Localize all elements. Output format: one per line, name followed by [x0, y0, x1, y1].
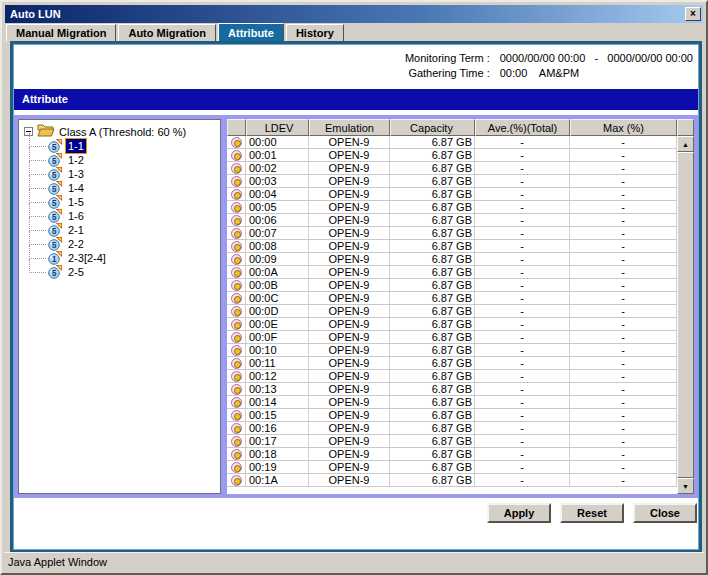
close-button-footer[interactable]: Close — [633, 503, 697, 523]
emulation-cell: OPEN-9 — [309, 344, 390, 356]
table-row[interactable]: 00:0F OPEN-9 6.87 GB - - — [227, 331, 677, 344]
table-row[interactable]: 00:10 OPEN-9 6.87 GB - - — [227, 344, 677, 357]
scrollbar-thumb[interactable] — [677, 152, 694, 478]
ldev-icon-cell — [227, 188, 246, 200]
close-button[interactable]: × — [685, 7, 701, 21]
ave-cell: - — [475, 370, 570, 382]
ldev-icon — [231, 397, 242, 408]
ave-cell: - — [475, 149, 570, 161]
monitoring-term-value: 0000/00/00 00:00 - 0000/00/00 00:00 — [500, 52, 693, 64]
table-row[interactable]: 00:12 OPEN-9 6.87 GB - - — [227, 370, 677, 383]
ave-cell: - — [475, 162, 570, 174]
capacity-cell: 6.87 GB — [390, 175, 475, 187]
table-row[interactable]: 00:05 OPEN-9 6.87 GB - - — [227, 201, 677, 214]
table-row[interactable]: 00:06 OPEN-9 6.87 GB - - — [227, 214, 677, 227]
capacity-cell: 6.87 GB — [390, 344, 475, 356]
max-cell: - — [570, 344, 677, 356]
ave-cell: - — [475, 253, 570, 265]
table-row[interactable]: 00:0A OPEN-9 6.87 GB - - — [227, 266, 677, 279]
tree-item[interactable]: 5 2-2 — [35, 237, 218, 251]
table-row[interactable]: 00:11 OPEN-9 6.87 GB - - — [227, 357, 677, 370]
column-header-max[interactable]: Max (%) — [570, 119, 677, 136]
ldev-icon-cell — [227, 279, 246, 291]
column-header-ldev[interactable]: LDEV — [246, 119, 309, 136]
ave-cell: - — [475, 214, 570, 226]
scroll-down-button[interactable]: ▼ — [677, 478, 694, 494]
table-row[interactable]: 00:01 OPEN-9 6.87 GB - - — [227, 149, 677, 162]
max-cell: - — [570, 331, 677, 343]
table-row[interactable]: 00:13 OPEN-9 6.87 GB - - — [227, 383, 677, 396]
ldev-icon-cell — [227, 422, 246, 434]
emulation-cell: OPEN-9 — [309, 214, 390, 226]
raid-disk-icon: 5 — [47, 237, 62, 251]
table-row[interactable]: 00:19 OPEN-9 6.87 GB - - — [227, 461, 677, 474]
status-text: Java Applet Window — [8, 556, 107, 568]
tree-item[interactable]: 5 1-2 — [35, 153, 218, 167]
max-cell: - — [570, 214, 677, 226]
raid-disk-icon: 5 — [47, 139, 62, 153]
scroll-up-button[interactable]: ▲ — [677, 136, 694, 152]
apply-button[interactable]: Apply — [487, 503, 551, 523]
table-row[interactable]: 00:00 OPEN-9 6.87 GB - - — [227, 136, 677, 149]
ldev-icon — [231, 319, 242, 330]
table-row[interactable]: 00:0E OPEN-9 6.87 GB - - — [227, 318, 677, 331]
tree-item[interactable]: 5 1-6 — [35, 209, 218, 223]
table-row[interactable]: 00:16 OPEN-9 6.87 GB - - — [227, 422, 677, 435]
table-row[interactable]: 00:0B OPEN-9 6.87 GB - - — [227, 279, 677, 292]
table-row[interactable]: 00:07 OPEN-9 6.87 GB - - — [227, 227, 677, 240]
tab-manual-migration[interactable]: Manual Migration — [6, 24, 116, 41]
ldev-icon — [231, 371, 242, 382]
table-row[interactable]: 00:14 OPEN-9 6.87 GB - - — [227, 396, 677, 409]
tree-item[interactable]: 5 1-1 — [35, 139, 218, 153]
ldev-icon — [231, 202, 242, 213]
tree-item[interactable]: 5 2-1 — [35, 223, 218, 237]
column-header-ave[interactable]: Ave.(%)(Total) — [475, 119, 570, 136]
emulation-cell: OPEN-9 — [309, 422, 390, 434]
max-cell: - — [570, 474, 677, 486]
max-cell: - — [570, 201, 677, 213]
ldev-icon-cell — [227, 344, 246, 356]
column-header-emulation[interactable]: Emulation — [309, 119, 390, 136]
tree-root[interactable]: Class A (Threshold: 60 %) — [21, 124, 218, 139]
tab-history[interactable]: History — [286, 24, 344, 41]
capacity-cell: 6.87 GB — [390, 136, 475, 148]
tab-auto-migration[interactable]: Auto Migration — [118, 24, 216, 41]
emulation-cell: OPEN-9 — [309, 149, 390, 161]
emulation-cell: OPEN-9 — [309, 266, 390, 278]
table-scrollbar[interactable]: ▲ ▼ — [677, 136, 694, 494]
tab-attribute[interactable]: Attribute — [218, 23, 284, 41]
raid-disk-icon: 5 — [47, 181, 62, 195]
max-cell: - — [570, 188, 677, 200]
tree-item[interactable]: 5 2-5 — [35, 265, 218, 279]
ldev-cell: 00:05 — [246, 201, 309, 213]
table-row[interactable]: 00:09 OPEN-9 6.87 GB - - — [227, 253, 677, 266]
ldev-cell: 00:00 — [246, 136, 309, 148]
table-row[interactable]: 00:15 OPEN-9 6.87 GB - - — [227, 409, 677, 422]
svg-text:5: 5 — [52, 156, 57, 166]
column-header-capacity[interactable]: Capacity — [390, 119, 475, 136]
tree-item[interactable]: 5 1-3 — [35, 167, 218, 181]
table-row[interactable]: 00:03 OPEN-9 6.87 GB - - — [227, 175, 677, 188]
close-icon: × — [690, 8, 696, 19]
capacity-cell: 6.87 GB — [390, 292, 475, 304]
capacity-cell: 6.87 GB — [390, 201, 475, 213]
table-row[interactable]: 00:02 OPEN-9 6.87 GB - - — [227, 162, 677, 175]
ldev-icon-cell — [227, 266, 246, 278]
table-row[interactable]: 00:17 OPEN-9 6.87 GB - - — [227, 435, 677, 448]
table-row[interactable]: 00:0D OPEN-9 6.87 GB - - — [227, 305, 677, 318]
tree-item[interactable]: 1 2-3[2-4] — [35, 251, 218, 265]
ave-cell: - — [475, 396, 570, 408]
tree-item[interactable]: 5 1-4 — [35, 181, 218, 195]
table-row[interactable]: 00:0C OPEN-9 6.87 GB - - — [227, 292, 677, 305]
ave-cell: - — [475, 292, 570, 304]
title-bar[interactable]: Auto LUN × — [5, 5, 703, 23]
table-row[interactable]: 00:04 OPEN-9 6.87 GB - - — [227, 188, 677, 201]
capacity-cell: 6.87 GB — [390, 474, 475, 486]
table-row[interactable]: 00:08 OPEN-9 6.87 GB - - — [227, 240, 677, 253]
class-tree-panel: Class A (Threshold: 60 %) 5 — [18, 119, 221, 494]
svg-text:5: 5 — [52, 212, 57, 222]
table-row[interactable]: 00:18 OPEN-9 6.87 GB - - — [227, 448, 677, 461]
tree-item[interactable]: 5 1-5 — [35, 195, 218, 209]
table-row[interactable]: 00:1A OPEN-9 6.87 GB - - — [227, 474, 677, 487]
reset-button[interactable]: Reset — [560, 503, 624, 523]
